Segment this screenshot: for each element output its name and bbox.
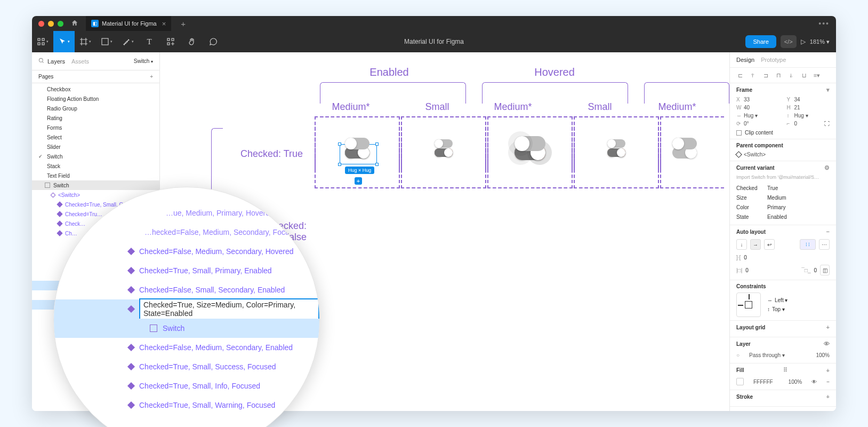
assets-tab[interactable]: Assets [71,58,89,65]
zoom-level[interactable]: 181% ▾ [810,38,830,45]
opacity-input[interactable]: 100% [816,352,830,358]
page-item[interactable]: Stack [32,161,159,171]
direction-horizontal[interactable]: → [750,239,761,250]
frame-tool[interactable]: ▾ [75,31,96,52]
variant-settings-icon[interactable]: ⚙ [824,164,830,171]
add-page-button[interactable]: + [150,74,153,80]
present-icon[interactable]: ▷ [801,38,806,45]
remove-autolayout-icon[interactable]: − [826,228,830,235]
add-grid-icon[interactable]: + [826,324,830,330]
design-tab[interactable]: Design [736,57,754,63]
main-menu-button[interactable]: ▾ [32,31,53,52]
layers-tab[interactable]: Layers [47,58,65,65]
shape-tool[interactable]: ▾ [96,31,117,52]
page-item[interactable]: Rating [32,113,159,123]
prototype-tab[interactable]: Prototype [761,57,786,63]
close-tab-icon[interactable]: × [162,20,166,28]
variant-cell[interactable] [660,116,724,170]
variant-checked[interactable]: True [767,185,778,191]
constraint-v[interactable]: Top ▾ [772,306,785,312]
page-item[interactable]: Slider [32,142,159,152]
h-input[interactable]: 21 [794,105,800,110]
page-item[interactable]: Select [32,132,159,142]
fill-styles-icon[interactable]: ⠿ [783,367,787,374]
variant-layer[interactable]: Checked=True, Small, Info, Focused [54,376,319,396]
page-item[interactable]: Checkbox [32,84,159,94]
comment-tool[interactable] [203,31,224,52]
variant-cell[interactable] [401,116,486,170]
constraints-widget[interactable] [736,292,761,317]
fill-visibility-icon[interactable]: 👁 [811,379,817,385]
variant-layer[interactable]: …hecked=False, Medium, Secondary, Focuse… [54,223,319,242]
direction-wrap[interactable]: ↩ [764,239,775,250]
document-tab[interactable]: ◧ Material UI for Figma × [86,16,171,31]
add-fill-icon[interactable]: + [826,367,830,374]
variant-layer[interactable]: Checked=False, Medium, Secondary, Hovere… [54,242,319,261]
child-layer[interactable]: Switch [54,319,319,338]
blend-mode[interactable]: Pass through ▾ [749,352,785,358]
variant-cell[interactable] [315,116,400,170]
resources-tool[interactable] [160,31,181,52]
dev-mode-toggle[interactable]: </> [781,35,797,48]
align-bottom-icon[interactable]: ⊔ [799,71,809,80]
parent-component-link[interactable]: <Switch> [736,152,830,157]
maximize-window-icon[interactable] [58,21,63,27]
align-left-icon[interactable]: ⊏ [735,71,745,80]
w-input[interactable]: 40 [744,105,750,110]
window-traffic-lights[interactable] [38,21,63,27]
minimize-window-icon[interactable] [48,21,54,27]
frame-layer[interactable]: Switch [32,180,159,190]
direction-vertical[interactable]: ↓ [736,239,747,250]
variant-cell[interactable] [487,116,573,170]
page-item[interactable]: Radio Group [32,104,159,113]
align-center-v-icon[interactable]: ⫰ [786,71,796,80]
hand-tool[interactable] [181,31,203,52]
variant-layer[interactable]: Checked=True, Small, Warning, Focused [54,396,319,415]
variant-layer[interactable]: Checked=True, Small, Primary, Enabled [54,261,319,280]
layer-rename-input[interactable]: Checked=True, Size=Medium, Color=Primary… [139,298,319,320]
fill-opacity[interactable]: 100% [789,379,802,385]
gap-input[interactable]: 0 [744,255,747,260]
align-top-icon[interactable]: ⊓ [774,71,783,80]
add-tab-button[interactable]: + [181,19,186,28]
variant-layer[interactable]: Checked=True, Small, Success, Focused [54,357,319,376]
fill-hex[interactable]: FFFFFF [753,379,773,385]
variant-layer[interactable]: Checked=False, Medium, Secondary, Enable… [54,338,319,357]
page-item-current[interactable]: Switch [32,152,159,161]
variant-state[interactable]: Enabled [767,214,787,220]
add-stroke-icon[interactable]: + [826,393,830,400]
constraint-h[interactable]: Left ▾ [775,297,787,303]
padding-h-input[interactable]: 0 [745,267,749,273]
padding-expand-icon[interactable]: ◫ [820,265,830,275]
variant-layer[interactable]: Checked=False, Small, Secondary, Enabled [54,280,319,299]
search-icon[interactable] [38,58,44,65]
share-button[interactable]: Share [745,35,776,48]
remove-fill-icon[interactable]: − [826,379,830,385]
padding-v-input[interactable]: 0 [814,267,817,273]
frame-caret-icon[interactable]: ▾ [826,86,830,93]
alignment-box[interactable]: ⫶⫶ [800,239,816,250]
variant-color[interactable]: Primary [767,204,785,210]
x-input[interactable]: 33 [744,97,750,102]
document-title[interactable]: Material UI for Figma [404,38,464,45]
radius-input[interactable]: 0 [794,121,798,126]
move-tool[interactable]: ▾ [53,31,75,52]
page-item[interactable]: Floating Action Button [32,94,159,104]
page-item[interactable]: Forms [32,123,159,132]
visibility-icon[interactable]: 👁 [824,341,830,347]
autolayout-more-icon[interactable]: ⋯ [819,239,830,250]
y-input[interactable]: 34 [794,97,800,102]
w-resize-mode[interactable]: Hug ▾ [744,113,758,118]
close-window-icon[interactable] [38,21,44,27]
pen-tool[interactable]: ▾ [117,31,139,52]
page-item[interactable]: Text Field [32,171,159,180]
align-right-icon[interactable]: ⊐ [761,71,770,80]
page-filter[interactable]: Switch ▾ [134,58,153,64]
radius-expand-icon[interactable]: ⛶ [824,121,830,126]
titlebar-more-icon[interactable]: ••• [818,19,830,28]
fill-swatch[interactable] [736,378,744,385]
h-resize-mode[interactable]: Hug ▾ [794,113,808,118]
align-center-h-icon[interactable]: ⫯ [748,71,758,80]
variant-cell[interactable] [574,116,659,170]
clip-checkbox[interactable] [736,130,742,136]
